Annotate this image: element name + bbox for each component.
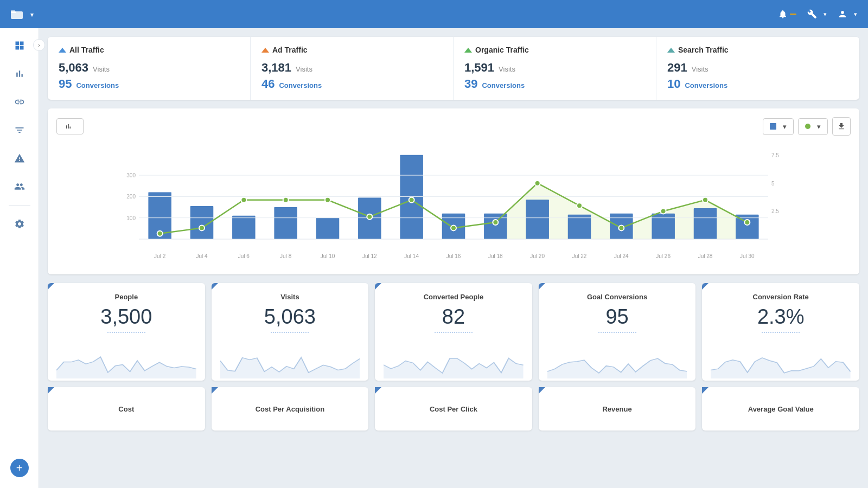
svg-point-36 <box>493 220 498 225</box>
conversions-dot <box>805 124 810 129</box>
bell-icon <box>778 9 788 19</box>
metric-title: Converted People <box>384 293 524 301</box>
bottom-corner <box>212 387 218 394</box>
traffic-stats: 3,181 Visits 46 Conversions <box>261 61 442 91</box>
tools-icon <box>807 9 817 19</box>
visits-num: 3,181 <box>261 61 291 75</box>
traffic-title: Search Traffic <box>678 46 729 54</box>
bottom-corner <box>539 387 545 394</box>
conv-num: 10 <box>667 77 680 91</box>
metric-corner <box>48 283 54 290</box>
conversions-dropdown[interactable]: ▾ <box>798 118 828 135</box>
view-all-button[interactable] <box>56 118 84 134</box>
conv-label: Conversions <box>685 81 727 89</box>
visits-label: Visits <box>692 65 709 73</box>
bottom-card-3: Revenue <box>539 387 696 431</box>
metrics-row: People 3,500 Visits 5,063 Converted Peop… <box>48 283 859 381</box>
svg-text:Jul 18: Jul 18 <box>488 253 503 259</box>
svg-text:Jul 28: Jul 28 <box>698 253 713 259</box>
bottom-card-0: Cost <box>48 387 205 431</box>
svg-text:Jul 20: Jul 20 <box>530 253 545 259</box>
traffic-card-0: All Traffic 5,063 Visits 95 Conversions <box>48 37 251 100</box>
sidebar-item-audience[interactable] <box>8 175 31 198</box>
svg-point-41 <box>703 197 708 203</box>
metric-card-4: Conversion Rate 2.3% <box>702 283 859 381</box>
traffic-indicator <box>464 48 472 53</box>
metric-sparkline <box>547 351 687 381</box>
bottom-corner <box>375 387 381 394</box>
svg-point-29 <box>199 225 205 230</box>
people-dropdown[interactable]: ▾ <box>763 118 794 135</box>
tools-button[interactable]: ▾ <box>807 9 827 19</box>
svg-point-42 <box>744 220 750 225</box>
traffic-stats: 5,063 Visits 95 Conversions <box>59 61 239 91</box>
people-dot <box>770 123 776 130</box>
visits-row: 1,591 Visits <box>464 61 645 75</box>
svg-text:200: 200 <box>126 194 136 200</box>
filter-icon <box>14 125 25 136</box>
traffic-indicator <box>261 48 269 53</box>
traffic-card-header: Search Traffic <box>667 46 848 54</box>
svg-text:100: 100 <box>126 215 136 221</box>
conv-row: 39 Conversions <box>464 77 645 91</box>
notification-button[interactable] <box>778 9 796 19</box>
svg-text:7.5: 7.5 <box>771 152 779 158</box>
visits-num: 291 <box>667 61 687 75</box>
chart-bar-icon <box>65 123 72 130</box>
metric-value: 2.3% <box>711 305 851 329</box>
conv-label: Conversions <box>279 81 322 89</box>
traffic-card-3: Search Traffic 291 Visits 10 Conversions <box>656 37 859 100</box>
conv-row: 95 Conversions <box>59 77 239 91</box>
visits-label: Visits <box>296 65 312 73</box>
svg-point-39 <box>618 225 624 230</box>
sidebar-item-dashboard[interactable] <box>8 34 31 57</box>
header-right: ▾ ▾ <box>778 9 857 19</box>
sidebar-item-warning[interactable] <box>8 146 31 170</box>
download-button[interactable] <box>832 117 851 136</box>
header: ▾ ▾ ▾ <box>0 0 868 28</box>
notification-badge <box>790 14 796 15</box>
svg-rect-6 <box>232 216 256 239</box>
conv-row: 10 Conversions <box>667 77 848 91</box>
svg-point-38 <box>577 203 582 208</box>
settings-icon <box>14 219 25 229</box>
visits-num: 1,591 <box>464 61 494 75</box>
chart-section: ▾ ▾ 1002003002.557.5Jul 2Jul 4Jul 6Jul 8… <box>48 108 859 274</box>
svg-rect-17 <box>694 208 717 239</box>
svg-point-30 <box>241 197 246 203</box>
svg-rect-2 <box>11 10 15 12</box>
svg-text:Jul 16: Jul 16 <box>446 253 461 259</box>
visits-label: Visits <box>93 65 110 73</box>
sidebar-toggle[interactable]: › <box>33 39 45 51</box>
metric-value: 3,500 <box>56 305 196 329</box>
metric-corner <box>539 283 545 290</box>
metric-value: 82 <box>384 305 524 329</box>
sidebar-item-analytics[interactable] <box>8 62 31 86</box>
traffic-cards-row: All Traffic 5,063 Visits 95 Conversions … <box>48 37 859 100</box>
sidebar-add-button[interactable]: + <box>10 459 29 477</box>
bottom-title: Cost Per Acquisition <box>256 405 324 413</box>
chart-controls: ▾ ▾ <box>763 117 851 136</box>
account-icon <box>838 9 847 19</box>
sidebar-item-links[interactable] <box>8 90 31 114</box>
chart-container: 1002003002.557.5Jul 2Jul 4Jul 6Jul 8Jul … <box>56 144 851 266</box>
sidebar-item-settings[interactable] <box>8 212 31 236</box>
visits-row: 5,063 Visits <box>59 61 239 75</box>
account-button[interactable]: ▾ <box>838 9 857 19</box>
metric-corner <box>212 283 218 290</box>
svg-point-37 <box>535 181 540 186</box>
metric-title: People <box>56 293 196 301</box>
links-icon <box>14 97 25 107</box>
header-project-label: ▾ <box>28 10 34 18</box>
bottom-card-2: Cost Per Click <box>375 387 532 431</box>
svg-point-33 <box>367 214 372 220</box>
svg-point-32 <box>325 197 330 203</box>
svg-text:5: 5 <box>771 181 775 187</box>
sidebar-item-filter[interactable] <box>8 118 31 142</box>
metric-card-2: Converted People 82 <box>375 283 532 381</box>
metric-title: Conversion Rate <box>711 293 851 301</box>
visits-row: 3,181 Visits <box>261 61 442 75</box>
svg-text:300: 300 <box>126 172 136 178</box>
sidebar: › + <box>0 28 39 488</box>
svg-point-34 <box>409 197 414 203</box>
